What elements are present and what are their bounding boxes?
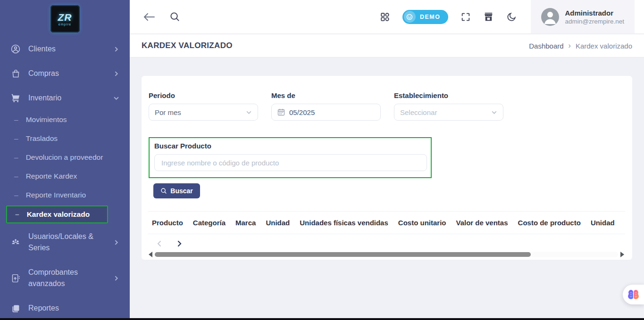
periodo-selected-value: Por mes (155, 108, 181, 116)
sidebar-item-usuarios-locales-series[interactable]: Usuarios/Locales & Series (0, 224, 130, 260)
next-page-button[interactable] (176, 240, 183, 247)
establecimiento-label: Establecimiento (394, 91, 503, 99)
column-header-unidad-2: Unidad (591, 219, 615, 227)
buscar-producto-input[interactable] (154, 154, 427, 171)
breadcrumb: Dashboard › Kardex valorizado (529, 41, 632, 50)
apps-grid-button[interactable] (380, 12, 390, 22)
sidebar: ZR empire Clientes Compras (0, 0, 130, 320)
kardex-card: Periodo Por mes Mes de Esta (142, 76, 632, 260)
scroll-right-arrow[interactable] (620, 252, 624, 257)
logo-container: ZR empire (0, 0, 130, 35)
sidebar-subitem-label: Reporte Inventario (26, 191, 86, 199)
chevron-down-icon (246, 109, 252, 115)
user-name: Administrador (565, 8, 624, 18)
establecimiento-select[interactable]: Seleccionar (394, 104, 503, 121)
column-header-valor-de-ventas: Valor de ventas (456, 219, 508, 227)
sidebar-item-label: Inventario (28, 92, 106, 104)
dark-mode-moon-button[interactable] (506, 12, 517, 22)
sidebar-item-comprobantes-avanzados[interactable]: Comprobantes avanzados (0, 260, 130, 296)
page-title: KARDEX VALORIZADO (142, 41, 233, 50)
chevron-right-icon (114, 47, 119, 52)
sidebar-item-compras[interactable]: Compras (0, 61, 130, 86)
sidebar-subitem-label: Kardex valorizado (27, 210, 90, 219)
periodo-select[interactable]: Por mes (149, 104, 258, 121)
scroll-left-arrow[interactable] (149, 252, 152, 257)
brain-icon (627, 288, 640, 301)
buscar-producto-highlighted-section: Buscar Producto (149, 137, 432, 178)
column-header-unidades-fisicas-vendidas: Unidades físicas vendidas (300, 219, 388, 227)
column-header-unidad: Unidad (266, 219, 290, 227)
breadcrumb-current: Kardex valorizado (576, 42, 632, 50)
sidebar-subitem-label: Movimientos (26, 115, 67, 124)
sidebar-item-label: Usuarios/Locales & Series (28, 231, 106, 254)
dash-icon: – (14, 153, 18, 162)
logo-subtext: empire (59, 23, 71, 26)
column-header-marca: Marca (235, 219, 256, 227)
sidebar-subitem-reporte-kardex[interactable]: – Reporte Kardex (0, 167, 130, 186)
sidebar-item-label: Compras (28, 68, 106, 79)
header-left-group (143, 11, 180, 22)
search-button[interactable] (169, 11, 180, 22)
scrollbar-thumb[interactable] (155, 252, 531, 257)
sidebar-item-label: Clientes (28, 43, 106, 55)
demo-badge-button[interactable]: DEMO (402, 10, 449, 24)
chevron-right-icon (114, 71, 119, 76)
dash-icon: – (14, 134, 18, 143)
search-icon (160, 188, 167, 194)
buscar-producto-label: Buscar Producto (154, 142, 426, 150)
zr-empire-logo[interactable]: ZR empire (50, 5, 80, 33)
fullscreen-button[interactable] (460, 12, 471, 22)
sidebar-subitem-kardex-valorizado-active[interactable]: – Kardex valorizado (6, 205, 108, 223)
cart-icon (10, 93, 21, 103)
chevron-right-icon (114, 276, 119, 281)
copy-reports-icon (10, 303, 21, 313)
header-right-group: DEMO Administrador admin@zrempire.net (380, 0, 644, 33)
establecimiento-group: Establecimiento Seleccionar (394, 91, 503, 121)
buscar-button-label: Buscar (170, 187, 192, 195)
shop-button[interactable] (483, 11, 494, 22)
logo-text: ZR (58, 12, 72, 23)
column-header-producto: Producto (152, 219, 183, 227)
calendar-icon (277, 108, 285, 116)
mes-de-label: Mes de (271, 91, 381, 99)
breadcrumb-dashboard-link[interactable]: Dashboard (529, 42, 563, 50)
column-header-categoria: Categoría (193, 219, 226, 227)
previous-page-button[interactable] (156, 240, 162, 247)
buscar-button[interactable]: Buscar (153, 183, 200, 198)
mes-de-picker[interactable] (271, 104, 381, 121)
sidebar-subitem-traslados[interactable]: – Traslados (0, 129, 130, 148)
mes-de-input[interactable] (289, 108, 360, 116)
bottom-edge-strip (0, 318, 644, 320)
sidebar-subitem-devolucion-a-proveedor[interactable]: – Devolucion a proveedor (0, 148, 130, 167)
user-menu[interactable]: Administrador admin@zrempire.net (531, 0, 635, 33)
sidebar-subitem-movimientos[interactable]: – Movimientos (0, 110, 130, 129)
chevron-down-icon (491, 109, 497, 115)
sidebar-item-label: Reportes (28, 303, 119, 314)
smiley-icon (404, 11, 416, 23)
document-upload-icon (10, 273, 21, 283)
periodo-group: Periodo Por mes (149, 91, 258, 121)
shopping-bag-icon (10, 68, 21, 79)
sidebar-item-clientes[interactable]: Clientes (0, 37, 130, 61)
scrollbar-track[interactable] (155, 252, 618, 257)
ai-assistant-fab[interactable] (623, 285, 644, 304)
dash-icon: – (14, 172, 18, 181)
chevron-down-icon (114, 96, 119, 101)
sidebar-subitem-reporte-inventario[interactable]: – Reporte Inventario (0, 186, 130, 205)
table-header-row: Producto Categoría Marca Unidad Unidades… (148, 212, 625, 234)
sidebar-item-reportes[interactable]: Reportes (0, 296, 130, 320)
column-header-costo-unitario: Costo unitario (398, 219, 446, 227)
sidebar-subitem-label: Reporte Kardex (26, 172, 77, 181)
dash-icon: – (15, 210, 19, 219)
user-email: admin@zrempire.net (565, 18, 624, 25)
sidebar-subitem-label: Devolucion a proveedor (26, 153, 103, 162)
demo-badge-label: DEMO (420, 14, 441, 20)
user-circle-icon (10, 44, 21, 54)
user-info: Administrador admin@zrempire.net (565, 8, 624, 25)
establecimiento-placeholder: Seleccionar (400, 108, 437, 116)
back-arrow-button[interactable] (143, 12, 155, 22)
sidebar-item-inventario[interactable]: Inventario (0, 86, 130, 110)
page-title-bar: KARDEX VALORIZADO Dashboard › Kardex val… (130, 34, 644, 57)
main-content: Periodo Por mes Mes de Esta (130, 58, 644, 320)
chevron-right-icon (114, 240, 119, 245)
